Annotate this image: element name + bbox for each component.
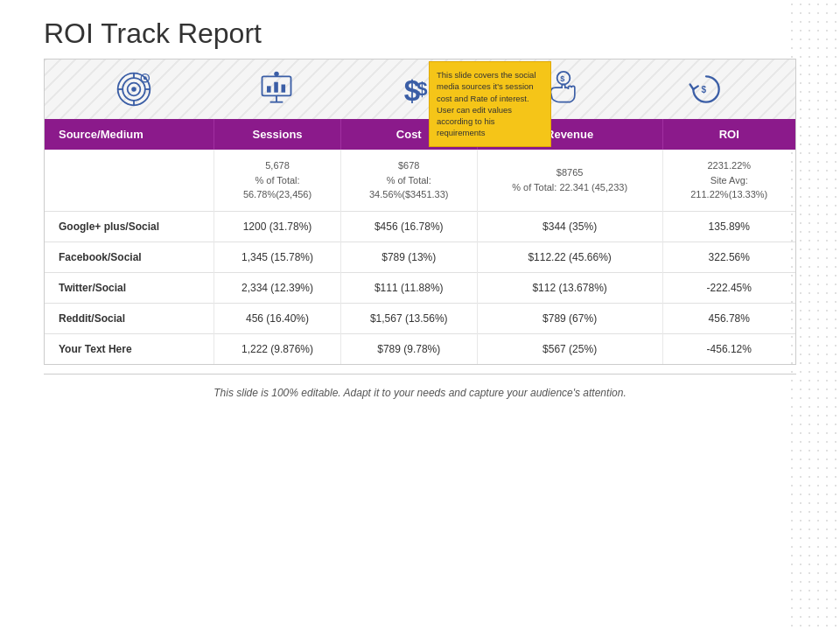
row1-sessions: 1200 (31.78%) — [214, 211, 341, 242]
summary-revenue: $8765% of Total: 22.341 (45,233) — [477, 150, 662, 211]
svg-point-5 — [144, 76, 147, 80]
table-row: Facebook/Social 1,345 (15.78%) $789 (13%… — [45, 242, 795, 272]
svg-rect-10 — [275, 82, 279, 93]
table-container: Source/Medium Sessions Cost Revenue ROI … — [44, 119, 796, 365]
row5-roi: -456.12% — [662, 333, 795, 364]
target-icon — [115, 70, 153, 108]
refresh-money-icon: $ — [687, 70, 725, 108]
presentation-icon — [257, 70, 296, 108]
target-icon-cell — [108, 70, 160, 108]
row1-source: Google+ plus/Social — [45, 211, 214, 242]
summary-sessions: 5,678% of Total:56.78%(23,456) — [214, 150, 341, 211]
header-sessions: Sessions — [214, 119, 341, 150]
table-row: Google+ plus/Social 1200 (31.78%) $456 (… — [45, 211, 795, 242]
row2-sessions: 1,345 (15.78%) — [214, 242, 341, 272]
presentation-icon-cell — [250, 70, 303, 108]
svg-text:$: $ — [560, 74, 564, 83]
row1-revenue: $344 (35%) — [477, 211, 662, 242]
summary-row: 5,678% of Total:56.78%(23,456) $678% of … — [45, 150, 795, 211]
footer-divider — [44, 374, 796, 374]
row4-cost: $1,567 (13.56%) — [340, 303, 477, 333]
table-row: Twitter/Social 2,334 (12.39%) $111 (11.8… — [45, 272, 795, 303]
row3-source: Twitter/Social — [45, 272, 214, 303]
page-title: ROI Track Report — [44, 18, 796, 50]
icons-section: $ $ $ $ — [44, 59, 796, 119]
svg-point-12 — [275, 72, 280, 77]
footer-text: This slide is 100% editable. Adapt it to… — [44, 387, 796, 399]
svg-text:$: $ — [702, 85, 707, 94]
row1-roi: 135.89% — [662, 211, 795, 242]
tooltip-box: This slide covers the social media sourc… — [429, 61, 551, 147]
row4-source: Reddit/Social — [45, 303, 214, 333]
row4-sessions: 456 (16.40%) — [214, 303, 341, 333]
row2-source: Facebook/Social — [45, 242, 214, 272]
roi-table: Source/Medium Sessions Cost Revenue ROI … — [45, 119, 795, 364]
table-row: Your Text Here 1,222 (9.876%) $789 (9.78… — [45, 333, 795, 364]
svg-rect-9 — [267, 86, 271, 92]
summary-roi: 2231.22%Site Avg:211.22%(13.33%) — [662, 150, 795, 211]
row5-revenue: $567 (25%) — [477, 333, 662, 364]
header-roi: ROI — [662, 119, 795, 150]
row2-roi: 322.56% — [662, 242, 795, 272]
svg-rect-11 — [282, 85, 286, 93]
row3-cost: $111 (11.88%) — [340, 272, 477, 303]
row2-cost: $789 (13%) — [340, 242, 477, 272]
row4-roi: 456.78% — [662, 303, 795, 333]
row3-revenue: $112 (13.678%) — [477, 272, 662, 303]
row5-source: Your Text Here — [45, 333, 214, 364]
table-header-row: Source/Medium Sessions Cost Revenue ROI — [45, 119, 795, 150]
row2-revenue: $112.22 (45.66%) — [477, 242, 662, 272]
row5-sessions: 1,222 (9.876%) — [214, 333, 341, 364]
row3-sessions: 2,334 (12.39%) — [214, 272, 341, 303]
tooltip-text: This slide covers the social media sourc… — [437, 70, 536, 137]
summary-cost: $678% of Total:34.56%($3451.33) — [340, 150, 477, 211]
row1-cost: $456 (16.78%) — [340, 211, 477, 242]
refresh-money-icon-cell: $ — [680, 70, 732, 108]
row4-revenue: $789 (67%) — [477, 303, 662, 333]
table-row: Reddit/Social 456 (16.40%) $1,567 (13.56… — [45, 303, 795, 333]
svg-text:$: $ — [416, 78, 427, 100]
summary-source — [45, 150, 214, 211]
svg-point-3 — [131, 87, 136, 92]
row5-cost: $789 (9.78%) — [340, 333, 477, 364]
row3-roi: -222.45% — [662, 272, 795, 303]
header-source: Source/Medium — [45, 119, 214, 150]
